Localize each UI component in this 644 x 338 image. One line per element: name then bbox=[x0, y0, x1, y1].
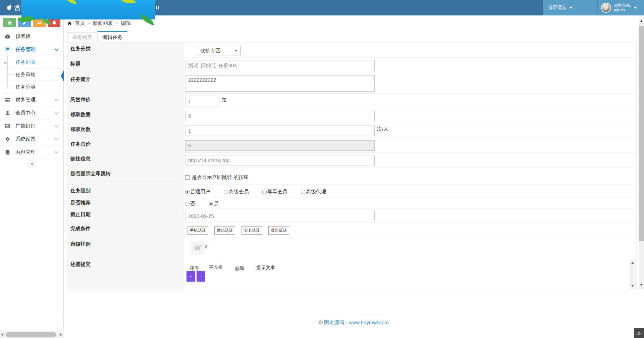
chevron-down-icon bbox=[634, 7, 637, 9]
quantity-input[interactable] bbox=[185, 111, 375, 121]
remove-field-button[interactable]: - bbox=[197, 271, 205, 282]
clear-cache-label: 清理缓存 bbox=[548, 5, 567, 11]
field-label: 领取数量 bbox=[67, 108, 184, 123]
main-vertical-scrollbar[interactable] bbox=[639, 18, 644, 289]
column-header: 序号 bbox=[190, 265, 199, 272]
scroll-right-icon[interactable] bbox=[60, 333, 62, 336]
select-caret-icon bbox=[235, 50, 237, 52]
tab-task-list[interactable]: 任务列表 bbox=[67, 32, 97, 43]
edit-task-form: 任务分类 砍价专区 标题 任务简介 2222222222 悬赏单价 元 bbox=[67, 42, 637, 291]
sidebar-item-members[interactable]: 会员中心 bbox=[0, 106, 63, 119]
category-select[interactable]: 砍价专区 bbox=[196, 46, 241, 55]
welcome-username: admin bbox=[614, 8, 631, 12]
times-input[interactable] bbox=[185, 126, 375, 136]
recommend-option-label: 是 bbox=[214, 201, 219, 207]
footer: © 阿奇源码 - www.hnymwl.com bbox=[64, 316, 644, 326]
level-radio-premium[interactable] bbox=[224, 190, 228, 194]
sidebar-item-label: 财务管理 bbox=[15, 97, 36, 103]
add-field-button[interactable]: + bbox=[186, 271, 195, 282]
leaf-logo-icon bbox=[5, 4, 13, 11]
welcome-line1: 欢迎光临, bbox=[614, 3, 631, 8]
level-option-label: 普通用户 bbox=[190, 189, 210, 195]
home-icon bbox=[67, 21, 72, 26]
level-radio-normal[interactable] bbox=[185, 190, 190, 194]
scroll-up-icon[interactable] bbox=[640, 20, 643, 22]
tab-edit-task[interactable]: 编辑任务 bbox=[97, 31, 127, 43]
flag-icon bbox=[5, 46, 11, 52]
user-menu[interactable]: 欢迎光临, admin bbox=[598, 0, 640, 15]
sidebar-item-task-management[interactable]: 任务管理 bbox=[0, 43, 63, 56]
field-label: 审核样例 bbox=[67, 238, 184, 258]
scrollbar-thumb[interactable] bbox=[6, 332, 56, 337]
scroll-down-icon[interactable] bbox=[640, 284, 643, 286]
level-option-label: 高级代理 bbox=[306, 189, 326, 195]
sidebar-item-settings[interactable]: 系统设置 bbox=[0, 133, 63, 146]
image-placeholder-icon bbox=[194, 244, 202, 252]
sidebar-horizontal-scrollbar[interactable] bbox=[0, 331, 64, 338]
field-label: 任务分类 bbox=[67, 43, 184, 57]
form-row-sample: 审核样例 X bbox=[67, 238, 636, 258]
field-label: 截止日期 bbox=[67, 208, 184, 222]
sidebar-item-task-review[interactable]: 任务审核 bbox=[0, 68, 63, 81]
link-input[interactable] bbox=[185, 155, 375, 165]
level-radio-agent[interactable] bbox=[301, 190, 305, 194]
sidebar-item-label: 会员中心 bbox=[15, 110, 36, 116]
title-input[interactable] bbox=[185, 60, 375, 71]
sidebar-item-task-category[interactable]: 任务分类 bbox=[0, 81, 63, 93]
banner-image bbox=[21, 0, 155, 19]
form-row-recommend: 是否推荐 否 是 bbox=[67, 198, 636, 208]
scroll-left-icon[interactable] bbox=[1, 333, 3, 336]
level-radio-vip[interactable] bbox=[262, 190, 267, 194]
condition-realname-button[interactable]: 实名认证 bbox=[241, 226, 262, 235]
main-content: 首页 > 新闻列表 > 编辑 任务列表 编辑任务 任务分类 砍价专区 标题 任务… bbox=[64, 15, 644, 338]
sidebar-item-dashboard[interactable]: 仪表板 bbox=[0, 30, 63, 43]
scroll-down-icon[interactable] bbox=[631, 285, 634, 287]
intro-textarea[interactable]: 2222222222 bbox=[185, 75, 375, 92]
form-row-submit-more: 还需提交 序号 字段名 必填 提示文本 + - bbox=[67, 258, 636, 291]
sample-image-placeholder[interactable] bbox=[192, 241, 204, 255]
condition-phone-button[interactable]: 手机认证 bbox=[187, 226, 208, 235]
total-price-input bbox=[185, 140, 375, 151]
logo-text-suffix: n bbox=[156, 3, 159, 11]
recommend-radio-no[interactable] bbox=[185, 202, 190, 206]
column-header: 提示文本 bbox=[256, 265, 275, 271]
clear-cache-button[interactable]: 清理缓存 bbox=[543, 0, 577, 15]
deadline-input[interactable] bbox=[185, 211, 375, 221]
footer-link[interactable]: 阿奇源码 - www.hnymwl.com bbox=[324, 320, 389, 325]
leaf-decoration bbox=[64, 0, 78, 4]
condition-idcard-button[interactable]: 身份证认 bbox=[268, 226, 289, 235]
chevron-down-icon bbox=[54, 149, 59, 154]
form-row-total: 任务总价 bbox=[67, 138, 636, 153]
sidebar-item-content[interactable]: 内容管理 bbox=[0, 146, 63, 159]
field-label: 标题 bbox=[67, 58, 184, 73]
sidebar-item-task-list[interactable]: » 任务列表 bbox=[0, 56, 63, 68]
unit-price-input[interactable] bbox=[185, 96, 219, 106]
breadcrumb-separator: > bbox=[116, 21, 118, 26]
scroll-up-icon[interactable] bbox=[631, 262, 634, 264]
home-icon bbox=[7, 20, 12, 25]
field-label: 任务级别 bbox=[67, 185, 184, 198]
sidebar-collapse-button[interactable]: « bbox=[29, 160, 35, 167]
recommend-radio-yes[interactable] bbox=[209, 202, 213, 206]
inner-vertical-scrollbar[interactable] bbox=[630, 259, 636, 289]
field-label: 任务总价 bbox=[67, 138, 184, 152]
sidebar-item-ads[interactable]: 广告幻灯 bbox=[0, 119, 63, 133]
sidebar-item-label: 任务审核 bbox=[15, 71, 36, 78]
scrollbar-thumb[interactable] bbox=[639, 26, 644, 241]
users-icon bbox=[37, 20, 42, 25]
book-icon bbox=[5, 149, 11, 155]
sidebar-menu: 仪表板 任务管理 » 任务列表 任务审核 任务分类 财务管理 bbox=[0, 30, 63, 159]
sidebar-item-finance[interactable]: 财务管理 bbox=[0, 93, 63, 106]
back-to-top-button[interactable] bbox=[634, 328, 644, 338]
home-button[interactable] bbox=[3, 18, 16, 27]
logo-text: 赏 bbox=[14, 3, 21, 12]
form-row-unit-price: 悬赏单价 元 bbox=[67, 94, 636, 108]
tree-stub bbox=[7, 87, 12, 87]
chevron-down-icon bbox=[54, 47, 59, 51]
chevron-down-icon bbox=[54, 123, 59, 128]
breadcrumb-news-list[interactable]: 新闻列表 bbox=[93, 20, 113, 27]
condition-wechat-button[interactable]: 微信认证 bbox=[214, 226, 235, 235]
category-select-value: 砍价专区 bbox=[200, 48, 220, 53]
breadcrumb-home[interactable]: 首页 bbox=[75, 20, 85, 27]
jump-checkbox[interactable] bbox=[185, 175, 190, 180]
